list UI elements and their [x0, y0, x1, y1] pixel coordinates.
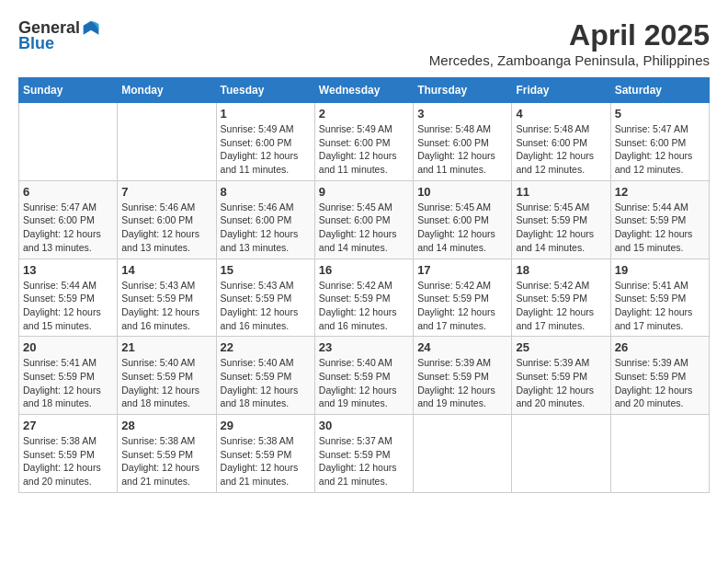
month-title: April 2025	[429, 18, 710, 52]
calendar-cell	[118, 103, 216, 181]
calendar-cell: 17Sunrise: 5:42 AM Sunset: 5:59 PM Dayli…	[414, 259, 512, 337]
calendar-header-row: SundayMondayTuesdayWednesdayThursdayFrid…	[19, 78, 710, 103]
day-info: Sunrise: 5:39 AM Sunset: 5:59 PM Dayligh…	[417, 356, 507, 410]
day-info: Sunrise: 5:47 AM Sunset: 6:00 PM Dayligh…	[615, 122, 705, 177]
day-number: 30	[319, 419, 409, 432]
day-number: 9	[319, 185, 409, 199]
calendar-cell: 1Sunrise: 5:49 AM Sunset: 6:00 PM Daylig…	[216, 103, 314, 181]
logo-blue-text: Blue	[18, 34, 54, 53]
calendar-cell: 27Sunrise: 5:38 AM Sunset: 5:59 PM Dayli…	[19, 415, 118, 493]
day-number: 8	[221, 185, 311, 199]
day-info: Sunrise: 5:43 AM Sunset: 5:59 PM Dayligh…	[121, 279, 211, 333]
day-number: 28	[121, 419, 211, 432]
day-info: Sunrise: 5:49 AM Sunset: 6:00 PM Dayligh…	[221, 122, 311, 177]
day-info: Sunrise: 5:43 AM Sunset: 5:59 PM Dayligh…	[221, 279, 311, 333]
calendar-cell: 29Sunrise: 5:38 AM Sunset: 5:59 PM Dayli…	[216, 415, 314, 493]
calendar-cell: 19Sunrise: 5:41 AM Sunset: 5:59 PM Dayli…	[610, 259, 709, 337]
calendar-cell: 22Sunrise: 5:40 AM Sunset: 5:59 PM Dayli…	[216, 337, 314, 415]
day-info: Sunrise: 5:38 AM Sunset: 5:59 PM Dayligh…	[221, 434, 311, 488]
day-number: 15	[221, 263, 311, 277]
day-of-week-header: Thursday	[414, 78, 512, 103]
page-header: General Blue April 2025 Mercedes, Zamboa…	[18, 18, 710, 68]
calendar-cell: 12Sunrise: 5:44 AM Sunset: 5:59 PM Dayli…	[610, 180, 709, 259]
day-number: 12	[615, 185, 705, 199]
day-number: 21	[121, 340, 211, 354]
calendar-cell	[414, 415, 512, 493]
day-info: Sunrise: 5:45 AM Sunset: 6:00 PM Dayligh…	[417, 201, 507, 255]
calendar-cell	[610, 415, 709, 493]
calendar-week-row: 1Sunrise: 5:49 AM Sunset: 6:00 PM Daylig…	[19, 103, 710, 181]
day-of-week-header: Saturday	[610, 78, 709, 103]
day-number: 26	[615, 340, 705, 354]
calendar-cell	[19, 103, 118, 181]
day-info: Sunrise: 5:48 AM Sunset: 6:00 PM Dayligh…	[417, 122, 507, 177]
calendar-cell: 14Sunrise: 5:43 AM Sunset: 5:59 PM Dayli…	[118, 259, 216, 337]
day-number: 7	[121, 185, 211, 199]
day-info: Sunrise: 5:49 AM Sunset: 6:00 PM Dayligh…	[319, 122, 409, 177]
day-info: Sunrise: 5:44 AM Sunset: 5:59 PM Dayligh…	[615, 201, 705, 255]
logo: General Blue	[18, 18, 100, 53]
day-number: 6	[23, 185, 113, 199]
calendar-cell: 16Sunrise: 5:42 AM Sunset: 5:59 PM Dayli…	[314, 259, 413, 337]
calendar-cell: 11Sunrise: 5:45 AM Sunset: 5:59 PM Dayli…	[512, 180, 610, 259]
day-info: Sunrise: 5:40 AM Sunset: 5:59 PM Dayligh…	[319, 356, 409, 410]
calendar-cell: 10Sunrise: 5:45 AM Sunset: 6:00 PM Dayli…	[414, 180, 512, 259]
day-info: Sunrise: 5:45 AM Sunset: 5:59 PM Dayligh…	[516, 201, 606, 255]
calendar-cell: 9Sunrise: 5:45 AM Sunset: 6:00 PM Daylig…	[314, 180, 413, 259]
day-number: 22	[221, 340, 311, 354]
calendar-week-row: 20Sunrise: 5:41 AM Sunset: 5:59 PM Dayli…	[19, 337, 710, 415]
calendar-cell: 28Sunrise: 5:38 AM Sunset: 5:59 PM Dayli…	[118, 415, 216, 493]
calendar-cell: 23Sunrise: 5:40 AM Sunset: 5:59 PM Dayli…	[314, 337, 413, 415]
calendar-cell: 7Sunrise: 5:46 AM Sunset: 6:00 PM Daylig…	[118, 180, 216, 259]
day-number: 18	[516, 263, 606, 277]
day-number: 4	[516, 107, 606, 121]
calendar-cell: 21Sunrise: 5:40 AM Sunset: 5:59 PM Dayli…	[118, 337, 216, 415]
day-number: 10	[417, 185, 507, 199]
day-number: 13	[23, 263, 113, 277]
calendar-cell: 5Sunrise: 5:47 AM Sunset: 6:00 PM Daylig…	[610, 103, 709, 181]
day-of-week-header: Friday	[512, 78, 610, 103]
calendar-cell: 2Sunrise: 5:49 AM Sunset: 6:00 PM Daylig…	[314, 103, 413, 181]
day-info: Sunrise: 5:37 AM Sunset: 5:59 PM Dayligh…	[319, 434, 409, 488]
calendar-cell: 8Sunrise: 5:46 AM Sunset: 6:00 PM Daylig…	[216, 180, 314, 259]
day-info: Sunrise: 5:42 AM Sunset: 5:59 PM Dayligh…	[516, 279, 606, 333]
day-info: Sunrise: 5:42 AM Sunset: 5:59 PM Dayligh…	[319, 279, 409, 333]
calendar-cell: 26Sunrise: 5:39 AM Sunset: 5:59 PM Dayli…	[610, 337, 709, 415]
day-number: 2	[319, 107, 409, 121]
calendar-table: SundayMondayTuesdayWednesdayThursdayFrid…	[18, 77, 710, 493]
calendar-body: 1Sunrise: 5:49 AM Sunset: 6:00 PM Daylig…	[19, 103, 710, 493]
day-info: Sunrise: 5:42 AM Sunset: 5:59 PM Dayligh…	[417, 279, 507, 333]
day-of-week-header: Wednesday	[314, 78, 413, 103]
calendar-week-row: 13Sunrise: 5:44 AM Sunset: 5:59 PM Dayli…	[19, 259, 710, 337]
day-number: 16	[319, 263, 409, 277]
day-info: Sunrise: 5:39 AM Sunset: 5:59 PM Dayligh…	[516, 356, 606, 410]
day-number: 25	[516, 340, 606, 354]
day-number: 19	[615, 263, 705, 277]
day-number: 17	[417, 263, 507, 277]
day-info: Sunrise: 5:40 AM Sunset: 5:59 PM Dayligh…	[221, 356, 311, 410]
day-number: 20	[23, 340, 113, 354]
calendar-cell: 25Sunrise: 5:39 AM Sunset: 5:59 PM Dayli…	[512, 337, 610, 415]
location-text: Mercedes, Zamboanga Peninsula, Philippin…	[429, 52, 710, 68]
day-of-week-header: Tuesday	[216, 78, 314, 103]
calendar-cell: 4Sunrise: 5:48 AM Sunset: 6:00 PM Daylig…	[512, 103, 610, 181]
day-number: 27	[23, 419, 113, 432]
day-of-week-header: Monday	[118, 78, 216, 103]
day-info: Sunrise: 5:46 AM Sunset: 6:00 PM Dayligh…	[221, 201, 311, 255]
day-info: Sunrise: 5:40 AM Sunset: 5:59 PM Dayligh…	[121, 356, 211, 410]
day-number: 14	[121, 263, 211, 277]
calendar-week-row: 27Sunrise: 5:38 AM Sunset: 5:59 PM Dayli…	[19, 415, 710, 493]
calendar-cell: 18Sunrise: 5:42 AM Sunset: 5:59 PM Dayli…	[512, 259, 610, 337]
calendar-cell: 15Sunrise: 5:43 AM Sunset: 5:59 PM Dayli…	[216, 259, 314, 337]
day-info: Sunrise: 5:38 AM Sunset: 5:59 PM Dayligh…	[23, 434, 113, 488]
calendar-cell: 3Sunrise: 5:48 AM Sunset: 6:00 PM Daylig…	[414, 103, 512, 181]
day-number: 11	[516, 185, 606, 199]
calendar-cell	[512, 415, 610, 493]
day-info: Sunrise: 5:41 AM Sunset: 5:59 PM Dayligh…	[615, 279, 705, 333]
logo-icon	[82, 19, 100, 38]
day-number: 24	[417, 340, 507, 354]
calendar-cell: 30Sunrise: 5:37 AM Sunset: 5:59 PM Dayli…	[314, 415, 413, 493]
calendar-cell: 13Sunrise: 5:44 AM Sunset: 5:59 PM Dayli…	[19, 259, 118, 337]
day-info: Sunrise: 5:47 AM Sunset: 6:00 PM Dayligh…	[23, 201, 113, 255]
day-info: Sunrise: 5:45 AM Sunset: 6:00 PM Dayligh…	[319, 201, 409, 255]
